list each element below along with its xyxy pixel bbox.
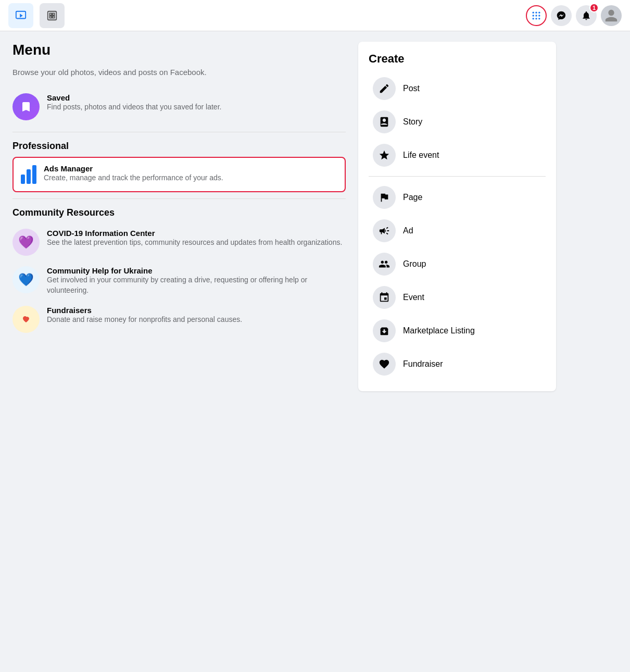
- fundraiser-icon: [12, 306, 40, 333]
- saved-icon: [12, 93, 40, 120]
- ukraine-text: Community Help for Ukraine Get involved …: [47, 266, 346, 295]
- svg-point-13: [533, 18, 534, 19]
- create-post-icon: [373, 77, 396, 100]
- notifications-button[interactable]: 1: [576, 5, 597, 26]
- create-story-item[interactable]: Story: [369, 105, 546, 139]
- divider-2: [12, 198, 346, 199]
- svg-marker-1: [20, 14, 23, 17]
- main-content: Menu Browse your old photos, videos and …: [0, 31, 630, 672]
- saved-menu-item[interactable]: Saved Find posts, photos and videos that…: [12, 88, 346, 126]
- gallery-button[interactable]: [40, 3, 65, 28]
- create-post-label: Post: [403, 84, 420, 93]
- left-panel: Menu Browse your old photos, videos and …: [12, 42, 346, 662]
- intro-text: Browse your old photos, videos and posts…: [12, 67, 346, 78]
- notification-badge: 1: [589, 3, 599, 13]
- svg-point-10: [533, 15, 534, 16]
- svg-point-14: [535, 18, 537, 19]
- create-event-label: Event: [403, 293, 424, 302]
- community-section-title: Community Resources: [12, 207, 346, 218]
- covid-icon: 💜: [12, 229, 40, 256]
- messenger-button[interactable]: [551, 5, 572, 26]
- create-page-item[interactable]: Page: [369, 181, 546, 214]
- covid-text: COVID-19 Information Center See the late…: [47, 229, 342, 248]
- apps-menu-button[interactable]: [526, 5, 547, 26]
- svg-rect-3: [49, 13, 52, 15]
- create-page-icon: [373, 186, 396, 209]
- create-post-item[interactable]: Post: [369, 72, 546, 105]
- create-ad-icon: [373, 219, 396, 242]
- ads-manager-text: Ads Manager Create, manage and track the…: [44, 164, 223, 183]
- create-story-label: Story: [403, 117, 422, 127]
- topbar-right: 1: [526, 5, 622, 26]
- create-group-item[interactable]: Group: [369, 247, 546, 281]
- create-life-event-label: Life event: [403, 151, 439, 160]
- svg-point-12: [538, 15, 540, 16]
- ukraine-item[interactable]: 💙 Community Help for Ukraine Get involve…: [12, 261, 346, 301]
- svg-point-7: [533, 11, 534, 13]
- saved-text: Saved Find posts, photos and videos that…: [47, 93, 221, 113]
- svg-point-8: [535, 11, 537, 13]
- create-life-event-item[interactable]: Life event: [369, 139, 546, 172]
- create-life-event-icon: [373, 144, 396, 167]
- svg-point-11: [535, 15, 537, 16]
- fundraisers-text: Fundraisers Donate and raise money for n…: [47, 306, 242, 325]
- svg-rect-4: [53, 13, 55, 15]
- fundraisers-item[interactable]: Fundraisers Donate and raise money for n…: [12, 301, 346, 338]
- covid-item[interactable]: 💜 COVID-19 Information Center See the la…: [12, 223, 346, 261]
- topbar: 1: [0, 0, 630, 31]
- create-event-icon: [373, 286, 396, 309]
- create-marketplace-label: Marketplace Listing: [403, 326, 475, 335]
- create-ad-label: Ad: [403, 226, 413, 235]
- create-fundraiser-icon: [373, 353, 396, 376]
- create-marketplace-icon: [373, 319, 396, 342]
- watch-button[interactable]: [8, 3, 33, 28]
- profile-avatar[interactable]: [601, 5, 622, 26]
- ads-manager-icon: [21, 164, 36, 185]
- svg-point-15: [538, 18, 540, 19]
- create-title: Create: [369, 52, 546, 66]
- professional-section-title: Professional: [12, 141, 346, 152]
- create-divider: [369, 176, 546, 177]
- create-page-label: Page: [403, 193, 422, 202]
- svg-rect-6: [53, 16, 55, 18]
- create-fundraiser-label: Fundraiser: [403, 359, 443, 369]
- create-fundraiser-item[interactable]: Fundraiser: [369, 347, 546, 381]
- page-title: Menu: [12, 42, 346, 58]
- topbar-left: [8, 3, 65, 28]
- ads-manager-item[interactable]: Ads Manager Create, manage and track the…: [12, 157, 346, 192]
- create-group-icon: [373, 253, 396, 276]
- create-event-item[interactable]: Event: [369, 281, 546, 314]
- svg-point-9: [538, 11, 540, 13]
- svg-rect-5: [49, 16, 52, 18]
- create-ad-item[interactable]: Ad: [369, 214, 546, 247]
- create-story-icon: [373, 110, 396, 133]
- create-group-label: Group: [403, 259, 426, 269]
- create-marketplace-item[interactable]: Marketplace Listing: [369, 314, 546, 347]
- create-panel: Create Post Story: [358, 42, 556, 391]
- ukraine-icon: 💙: [12, 266, 40, 293]
- divider-1: [12, 132, 346, 132]
